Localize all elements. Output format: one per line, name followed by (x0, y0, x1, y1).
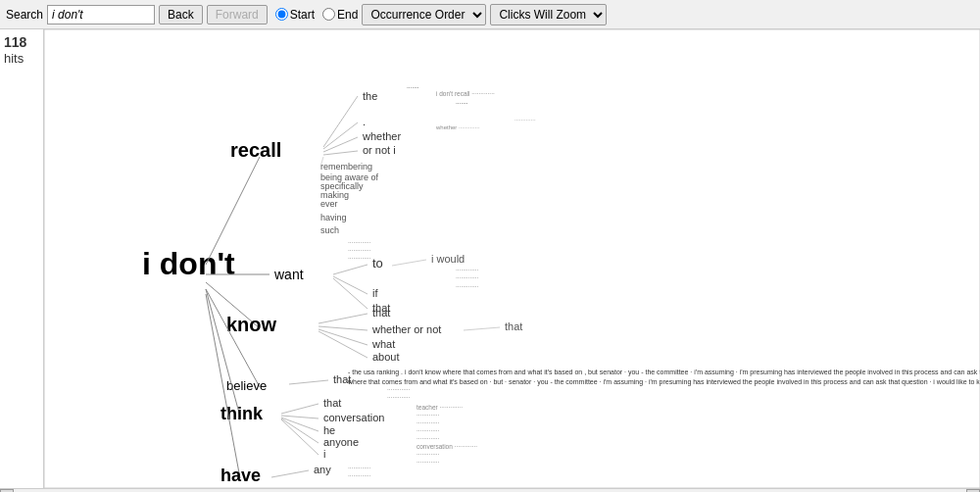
ctx-think-3: ············· (416, 419, 440, 426)
sub-think-he[interactable]: he (323, 424, 335, 436)
sub-recall-ever: ever (320, 199, 338, 209)
ctx-sm-2: ············· (348, 247, 371, 254)
back-button[interactable]: Back (159, 5, 203, 25)
svg-line-24 (281, 418, 318, 443)
svg-line-11 (333, 265, 368, 274)
branch-have[interactable]: have (220, 466, 261, 485)
ctx-2: i don't recall ············· (436, 90, 495, 97)
sub-recall-having: having (320, 213, 347, 222)
ctx-want-3: ············· (456, 283, 479, 290)
sub-think-anyone[interactable]: anyone (323, 436, 359, 448)
sub-know-what[interactable]: what (371, 338, 395, 350)
end-radio-label[interactable]: End (322, 8, 358, 22)
sub-know-that[interactable]: that (372, 307, 390, 319)
ctx-1: ....... (407, 82, 419, 89)
svg-line-16 (318, 326, 368, 330)
svg-line-19 (318, 331, 368, 358)
sub-know-whetheror[interactable]: whether or not (371, 323, 441, 335)
start-radio-label[interactable]: Start (275, 8, 315, 22)
know-longtext2: where that comes from and what it's base… (347, 378, 980, 386)
end-radio[interactable] (322, 8, 335, 21)
sub-recall-such: such (320, 225, 339, 235)
svg-line-20 (289, 380, 328, 384)
canvas-area[interactable]: i don't recall want know believe think h… (44, 29, 980, 488)
zoom-select[interactable]: Clicks Will Zoom (490, 4, 607, 25)
svg-line-9 (323, 151, 358, 155)
svg-line-15 (318, 314, 368, 323)
ctx-think-6: conversation ············· (416, 443, 477, 450)
hits-label: hits (4, 51, 39, 68)
sub-recall-whether[interactable]: whether (362, 130, 401, 142)
sub-think-conversation[interactable]: conversation (323, 412, 384, 423)
sub-want-to[interactable]: to (372, 256, 383, 271)
ctx-want-1: ············· (456, 267, 479, 273)
hits-count: 118 (4, 33, 39, 51)
ctx-sm-3: ············· (348, 255, 371, 262)
branch-know[interactable]: know (226, 314, 277, 335)
sub-recall-ornoti[interactable]: or not i (363, 144, 396, 156)
svg-line-22 (281, 416, 318, 418)
sub-think-i[interactable]: i (323, 448, 325, 460)
ctx-believe-2: ············· (387, 394, 411, 401)
sub-know-that2[interactable]: that (505, 320, 522, 332)
root-label: i don't (142, 246, 235, 281)
svg-line-4 (206, 289, 240, 417)
branch-recall[interactable]: recall (230, 139, 281, 161)
svg-line-21 (281, 404, 318, 414)
sub-know-about[interactable]: about (372, 351, 400, 363)
svg-line-17 (464, 327, 500, 330)
scrollbar-area[interactable]: ◀ ▶ (0, 488, 980, 492)
ctx-want-2: ············· (456, 274, 479, 281)
main-area: 118 hits i don't recall want know believ… (0, 29, 980, 488)
ctx-recall-the: ············· (514, 117, 536, 123)
ctx-3: ....... (456, 98, 468, 105)
ctx-think-5: ············· (416, 435, 440, 442)
search-input[interactable] (47, 5, 155, 25)
ctx-have-1: ············· (348, 465, 371, 471)
svg-line-7 (323, 123, 358, 149)
branch-want[interactable]: want (273, 267, 304, 282)
svg-line-12 (333, 276, 368, 294)
sub-recall-remembering: remembering (320, 162, 372, 172)
toolbar: Search Back Forward Start End Occurrence… (0, 0, 980, 29)
ctx-think-7: ············· (416, 451, 440, 458)
ctx-think-1: teacher ············· (416, 404, 463, 411)
scroll-left-button[interactable]: ◀ (0, 489, 14, 493)
svg-line-13 (333, 278, 368, 309)
sub-recall-dot[interactable]: . (363, 116, 366, 127)
svg-line-14 (392, 260, 426, 266)
sub-recall-the[interactable]: the (363, 90, 377, 102)
branch-believe[interactable]: believe (226, 378, 267, 393)
know-longtext1: - the usa ranking . i don't know where t… (348, 369, 980, 376)
ctx-have-2: ············· (348, 472, 371, 479)
sub-have-any[interactable]: any (314, 464, 331, 475)
radio-group: Start End (275, 8, 359, 22)
ctx-think-8: ············· (416, 459, 440, 466)
ctx-think-4: ············· (416, 427, 440, 434)
svg-line-18 (318, 329, 368, 345)
svg-line-26 (271, 470, 309, 477)
sub-believe-that[interactable]: that (333, 373, 351, 385)
scroll-right-button[interactable]: ▶ (966, 489, 980, 493)
start-radio[interactable] (275, 8, 288, 21)
ctx-recall-2: whether ············· (435, 124, 480, 130)
sub-want-to-iwould[interactable]: i would (431, 253, 465, 265)
search-label: Search (6, 8, 43, 22)
sub-think-that[interactable]: that (323, 397, 341, 409)
ctx-think-2: ············· (416, 412, 440, 418)
forward-button[interactable]: Forward (207, 5, 268, 25)
hits-panel: 118 hits (0, 29, 44, 488)
ctx-believe-1: ············· (387, 386, 411, 393)
occurrence-order-select[interactable]: Occurrence Order (362, 4, 486, 25)
ctx-sm-1: ············· (348, 239, 371, 246)
sub-want-if[interactable]: if (372, 287, 378, 299)
